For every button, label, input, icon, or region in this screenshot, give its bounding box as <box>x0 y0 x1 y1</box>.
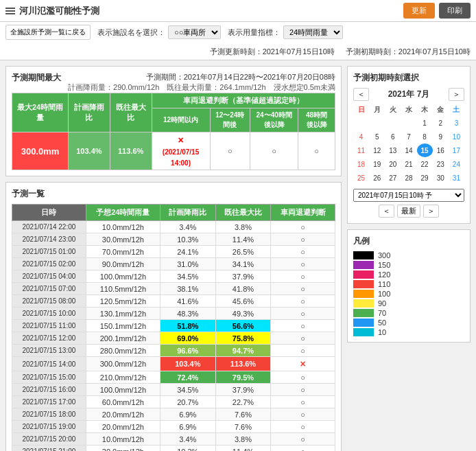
cal-next-time-button[interactable]: ＞ <box>423 205 439 218</box>
list-item[interactable]: 2021/07/15 11:00150.1mm/12h51.8%56.6%○ <box>12 320 335 332</box>
cal-day[interactable]: 28 <box>401 171 416 185</box>
th-plan: 計画降雨比 <box>69 93 110 132</box>
list-item[interactable]: 2021/07/14 23:0030.0mm/12h10.3%11.4%○ <box>12 233 335 246</box>
cal-day[interactable]: 15 <box>417 143 433 157</box>
cal-latest-button[interactable]: 最新 <box>397 205 420 218</box>
menu-icon[interactable] <box>5 8 15 14</box>
cal-day[interactable]: 14 <box>401 143 416 157</box>
cal-day[interactable]: 26 <box>369 171 385 185</box>
cal-day[interactable]: 6 <box>385 130 401 143</box>
cal-day[interactable]: 20 <box>385 157 401 171</box>
calendar-section: 予測初期時刻選択 ＜ 2021年 7月 ＞ 日 月 火 水 木 金 土 <box>347 66 471 224</box>
cal-select-container: 2021年07月15日10時 予 <box>353 189 464 202</box>
list-item[interactable]: 2021/07/15 20:0010.0mm/12h3.4%3.8%○ <box>12 433 335 446</box>
list-item[interactable]: 2021/07/15 17:0060.0mm/12h20.7%22.7%○ <box>12 396 335 408</box>
cal-day[interactable]: 2 <box>433 116 449 130</box>
th-48h: 48時間後以降 <box>298 108 335 132</box>
cal-next-button[interactable]: ＞ <box>449 88 464 101</box>
cal-day[interactable]: 1 <box>417 116 433 130</box>
list-item[interactable]: 2021/07/15 08:00120.5mm/12h41.6%45.6%○ <box>12 295 335 308</box>
cal-day[interactable]: 25 <box>353 171 369 185</box>
legend-color-box <box>353 261 374 269</box>
legend-item: 90 <box>353 299 464 308</box>
cal-day[interactable]: 16 <box>433 143 449 157</box>
list-item[interactable]: 2021/07/15 18:0020.0mm/12h6.9%7.6%○ <box>12 408 335 421</box>
list-item[interactable]: 2021/07/15 21:0030.0mm/12h10.3%11.4%○ <box>12 446 335 452</box>
cal-day[interactable]: 5 <box>369 130 385 143</box>
legend-items: 30015012011010090705010 <box>353 251 464 336</box>
cal-day[interactable]: 30 <box>433 171 449 185</box>
cal-day[interactable]: 17 <box>449 143 464 157</box>
legend-section: 凡例 30015012011010090705010 <box>347 229 471 343</box>
cal-day[interactable]: 18 <box>353 157 369 171</box>
list-item[interactable]: 2021/07/15 12:00200.1mm/12h69.0%75.8%○ <box>12 332 335 345</box>
cal-day[interactable]: 23 <box>433 157 449 171</box>
measure-select[interactable]: 24時間雨量 <box>283 25 343 39</box>
cal-day[interactable]: 29 <box>417 171 433 185</box>
cal-header: ＜ 2021年 7月 ＞ <box>353 88 464 101</box>
list-item[interactable]: 2021/07/15 13:00280.0mm/12h96.6%94.7%○ <box>12 345 335 357</box>
list-title: 予測一覧 <box>12 188 335 200</box>
cal-day[interactable]: 24 <box>449 157 464 171</box>
cal-day[interactable]: 21 <box>401 157 416 171</box>
legend-label: 10 <box>378 328 386 336</box>
location-selector: 表示施設名を選択： ○○車両所 <box>97 25 221 39</box>
all-locations-button[interactable]: 全施設所予測一覧に戻る <box>5 25 91 40</box>
legend-label: 110 <box>378 280 390 288</box>
cal-day[interactable]: 22 <box>417 157 433 171</box>
location-label: 表示施設名を選択： <box>97 27 165 38</box>
list-item[interactable]: 2021/07/15 10:00130.1mm/12h48.3%49.3%○ <box>12 308 335 320</box>
cal-day[interactable]: 13 <box>385 143 401 157</box>
list-item[interactable]: 2021/07/15 07:00110.5mm/12h38.1%41.8%○ <box>12 283 335 295</box>
update-button[interactable]: 更新 <box>403 3 435 19</box>
td-24h: ○ <box>210 132 250 170</box>
forecast-updated: 予測更新時刻：2021年07月15日10時 <box>210 47 335 57</box>
legend-item: 300 <box>353 251 464 259</box>
cal-day[interactable]: 11 <box>353 143 369 157</box>
cal-day[interactable]: 19 <box>369 157 385 171</box>
location-select[interactable]: ○○車両所 <box>168 25 221 39</box>
toolbar: 全施設所予測一覧に戻る 表示施設名を選択： ○○車両所 表示用量指標： 24時間… <box>0 22 476 60</box>
list-body: 2021/07/14 22:0010.0mm/12h3.4%3.8%○2021/… <box>12 221 335 452</box>
th-forecast-rainfall: 予想24時間雨量 <box>86 205 160 221</box>
app-title: 河川氾濫可能性予測 <box>5 5 99 17</box>
toolbar-forecast: 予測更新時刻：2021年07月15日10時 予測初期時刻：2021年07月15日… <box>210 47 471 57</box>
cal-day[interactable]: 12 <box>369 143 385 157</box>
legend-color-box <box>353 319 374 327</box>
cal-th-sat: 土 <box>449 104 464 116</box>
forecast-period-title: 予測期間最大 <box>12 72 61 84</box>
forecast-list-section: 予測一覧 日時 予想24時間雨量 計画降雨比 既往最大比 車両退避判断 2021… <box>5 182 342 451</box>
th-judgment: 車両退避判断 <box>271 205 335 221</box>
cal-body: 1234567891011121314151617181920212223242… <box>353 116 464 185</box>
legend-item: 70 <box>353 309 464 317</box>
cal-nav-buttons: ＜ 最新 ＞ <box>353 205 464 218</box>
td-past: 113.6% <box>110 132 152 170</box>
list-item[interactable]: 2021/07/15 16:00100.0mm/12h34.5%37.9%○ <box>12 384 335 396</box>
th-24h: 12〜24時間後 <box>210 108 250 132</box>
cal-prev-button[interactable]: ＜ <box>353 88 369 101</box>
print-button[interactable]: 印刷 <box>439 3 471 19</box>
app-header: 河川氾濫可能性予測 更新 印刷 <box>0 0 476 22</box>
th-40h: 24〜40時間後以降 <box>250 108 298 132</box>
cal-day[interactable]: 9 <box>433 130 449 143</box>
cal-day[interactable]: 8 <box>417 130 433 143</box>
cal-day[interactable]: 7 <box>401 130 416 143</box>
list-item[interactable]: 2021/07/15 19:0020.0mm/12h6.9%7.6%○ <box>12 421 335 433</box>
list-item[interactable]: 2021/07/15 04:00100.0mm/12h34.5%37.9%○ <box>12 270 335 283</box>
list-item[interactable]: 2021/07/15 01:0070.0mm/12h24.1%26.5%○ <box>12 246 335 258</box>
legend-item: 110 <box>353 280 464 288</box>
list-item[interactable]: 2021/07/15 14:00300.0mm/12h103.4%113.6%× <box>12 357 335 371</box>
td-plan: 103.4% <box>69 132 110 170</box>
list-item[interactable]: 2021/07/15 02:0090.0mm/12h31.0%34.1%○ <box>12 258 335 270</box>
cal-day[interactable]: 27 <box>385 171 401 185</box>
cal-day[interactable]: 4 <box>353 130 369 143</box>
cal-day[interactable]: 31 <box>449 171 464 185</box>
cal-day[interactable]: 10 <box>449 130 464 143</box>
cal-th-fri: 金 <box>433 104 449 116</box>
list-item[interactable]: 2021/07/15 15:00210.0mm/12h72.4%79.5%○ <box>12 371 335 384</box>
list-item[interactable]: 2021/07/14 22:0010.0mm/12h3.4%3.8%○ <box>12 221 335 233</box>
cal-day[interactable]: 3 <box>449 116 464 130</box>
legend-item: 10 <box>353 328 464 336</box>
cal-time-select[interactable]: 2021年07月15日10時 予 <box>353 189 464 202</box>
cal-prev-time-button[interactable]: ＜ <box>379 205 394 218</box>
